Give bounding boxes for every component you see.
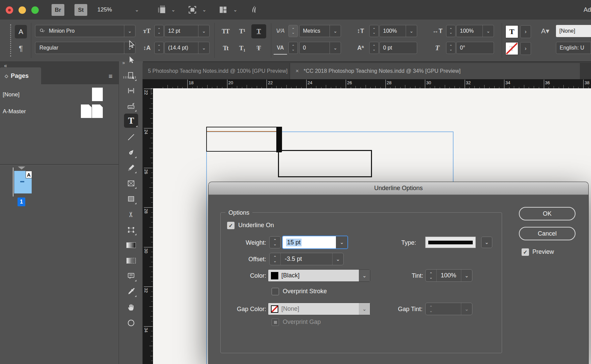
superscript-button[interactable]: T¹	[236, 25, 249, 38]
drawn-rectangle-2[interactable]	[278, 150, 372, 177]
screen-mode-dropdown[interactable]: ⌄	[202, 0, 207, 20]
pen-tool[interactable]	[125, 147, 137, 159]
view-options-dropdown[interactable]: ⌄	[171, 0, 176, 20]
drawn-rectangle-1[interactable]	[206, 127, 282, 152]
free-transform-tool[interactable]	[125, 224, 137, 236]
tracking-dropdown[interactable]: ⌄	[330, 45, 341, 51]
arrange-documents-dropdown[interactable]: ⌄	[233, 0, 238, 20]
gap-color-select[interactable]: [None] ⌄	[268, 303, 370, 315]
zoom-window-button[interactable]	[31, 6, 39, 14]
document-tab[interactable]: ×*CC 2018 Photoshop Teaching Notes.indd …	[290, 63, 580, 79]
leading-field[interactable]: (14.4 pt) ⌄	[164, 42, 210, 54]
horizontal-ruler[interactable]: 1820222426283032343638	[143, 79, 591, 89]
arrange-documents-icon[interactable]	[218, 5, 228, 15]
panel-grip[interactable]	[10, 24, 11, 57]
tint-stepper[interactable]: ⌃⌄	[426, 270, 437, 281]
gap-tint-stepper[interactable]: ⌃⌄	[426, 303, 436, 315]
gradient-swatch-tool[interactable]	[125, 239, 137, 251]
note-tool[interactable]	[125, 270, 137, 282]
subscript-button[interactable]: T₁	[236, 42, 249, 55]
spread-collapse-triangle[interactable]	[18, 166, 25, 170]
baseline-shift-field[interactable]: 0 pt	[379, 42, 417, 54]
fill-color-expand-button[interactable]: ›	[520, 25, 531, 38]
tracking-field[interactable]: 0 ⌄	[299, 42, 341, 54]
master-none-thumbnail[interactable]	[92, 88, 103, 101]
pencil-tool[interactable]	[125, 162, 137, 174]
eyedropper-tool[interactable]	[125, 285, 137, 298]
minimize-window-button[interactable]	[19, 6, 26, 14]
leading-stepper[interactable]: ⌃⌄	[154, 42, 164, 54]
pages-panel-tab[interactable]: ◇ Pages	[0, 67, 41, 84]
font-style-field[interactable]: Regular ⌄	[35, 42, 135, 54]
stroke-color-expand-button[interactable]: ›	[520, 42, 531, 55]
weight-field[interactable]: 15 pt ⌄	[282, 236, 348, 249]
ok-button[interactable]: OK	[519, 207, 576, 220]
font-size-stepper[interactable]: ⌃⌄	[154, 25, 164, 37]
overprint-stroke-checkbox[interactable]	[272, 288, 279, 295]
kerning-dropdown[interactable]: ⌄	[330, 28, 341, 34]
paragraph-formatting-button[interactable]: ¶	[15, 42, 27, 55]
page-tool[interactable]	[125, 69, 137, 82]
view-options-icon[interactable]	[156, 5, 166, 15]
skew-stepper[interactable]: ⌃⌄	[446, 42, 456, 54]
tab-close-icon[interactable]: ×	[296, 68, 299, 74]
content-collector-tool[interactable]	[125, 100, 137, 112]
pages-section-divider[interactable]	[0, 164, 119, 165]
direct-selection-tool[interactable]	[125, 54, 137, 66]
horizontal-scale-field[interactable]: 100% ⌄	[456, 25, 494, 37]
gradient-feather-tool[interactable]	[125, 254, 137, 267]
font-family-field[interactable]: Minion Pro ⌄	[35, 25, 135, 37]
weight-stepper[interactable]: ⌃⌄	[269, 236, 281, 248]
kerning-stepper[interactable]: ⌃⌄	[288, 25, 298, 37]
vertical-scale-stepper[interactable]: ⌃⌄	[369, 25, 379, 37]
tint-field[interactable]: ⌃⌄ 100% ⌄	[425, 269, 472, 282]
gap-color-dropdown[interactable]: ⌄	[359, 303, 370, 315]
character-formatting-button[interactable]: A	[15, 25, 27, 38]
character-fill-color-swatch[interactable]: T	[505, 25, 518, 38]
expand-tools-button[interactable]: »	[122, 60, 125, 65]
horizontal-scale-dropdown[interactable]: ⌄	[483, 28, 494, 34]
underline-type-dropdown[interactable]: ⌄	[481, 237, 492, 248]
tracking-stepper[interactable]: ⌃⌄	[288, 42, 298, 54]
offset-stepper[interactable]: ⌃⌄	[270, 253, 281, 265]
font-size-dropdown[interactable]: ⌄	[198, 28, 209, 34]
dialog-title[interactable]: Underline Options	[209, 182, 588, 195]
master-a-thumbnail[interactable]	[92, 104, 103, 118]
bridge-button[interactable]: Br	[52, 4, 64, 16]
cancel-button[interactable]: Cancel	[519, 227, 576, 240]
gap-tint-field[interactable]: ⌃⌄ ⌄	[425, 303, 472, 315]
screen-mode-icon[interactable]	[187, 5, 197, 15]
offset-dropdown[interactable]: ⌄	[332, 253, 343, 265]
baseline-shift-stepper[interactable]: ⌃⌄	[369, 42, 379, 54]
scissors-tool[interactable]: ✂	[125, 208, 137, 220]
small-caps-button[interactable]: Tt	[218, 42, 232, 55]
language-field[interactable]: English: U	[556, 42, 591, 54]
font-family-dropdown[interactable]: ⌄	[124, 28, 135, 34]
preview-checkbox[interactable]: ✓	[522, 248, 529, 256]
skew-field[interactable]: 0°	[456, 42, 494, 54]
line-tool[interactable]	[125, 131, 137, 143]
color-dropdown[interactable]: ⌄	[359, 270, 370, 281]
stock-button[interactable]: St	[74, 4, 87, 16]
gap-tint-dropdown[interactable]: ⌄	[461, 303, 472, 315]
close-window-button[interactable]	[6, 6, 13, 14]
underline-button[interactable]: T	[251, 24, 266, 38]
rectangle-tool[interactable]	[125, 193, 137, 205]
gap-tool[interactable]	[125, 85, 137, 97]
font-size-field[interactable]: 12 pt ⌄	[164, 25, 210, 37]
document-tab[interactable]: 5 Photoshop Teaching Notes.indd @ 100% […	[143, 63, 289, 79]
weight-dropdown[interactable]: ⌄	[336, 236, 347, 248]
vertical-ruler[interactable]: 22242628303234	[143, 88, 153, 364]
underline-type-swatch[interactable]	[425, 237, 476, 248]
selection-tool[interactable]	[125, 38, 137, 51]
page-number-badge[interactable]: 1	[18, 198, 25, 206]
character-stroke-color-swatch[interactable]: T	[505, 42, 518, 55]
all-caps-button[interactable]: TT	[218, 25, 232, 38]
master-a-thumbnail[interactable]	[81, 104, 92, 118]
rectangle-frame-tool[interactable]	[125, 177, 137, 189]
offset-field[interactable]: ⌃⌄ -3.5 pt ⌄	[269, 253, 344, 265]
strikethrough-button[interactable]: T	[251, 42, 266, 55]
zoom-level-dropdown[interactable]: ⌄	[135, 0, 139, 20]
zoom-level-value[interactable]: 125%	[97, 0, 112, 20]
hand-tool[interactable]	[125, 301, 137, 313]
